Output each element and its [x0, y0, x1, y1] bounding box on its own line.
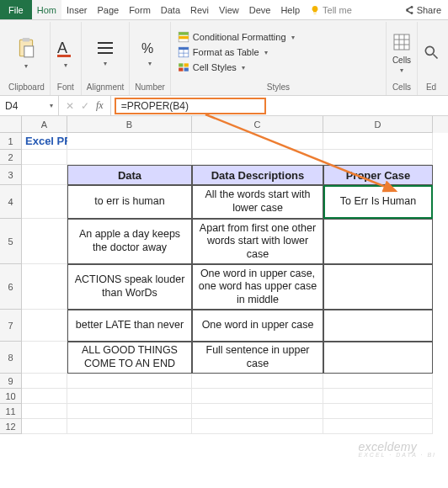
data-cell[interactable] — [323, 264, 433, 310]
data-cell[interactable]: An apple a day keeps the doctor away — [67, 219, 192, 264]
data-cell[interactable]: One word in upper case — [192, 310, 323, 342]
cell[interactable] — [22, 419, 67, 434]
cell[interactable] — [323, 404, 433, 419]
name-box-value: D4 — [5, 100, 18, 112]
table-header-proper[interactable]: Proper Case — [323, 165, 433, 185]
svg-rect-1 — [23, 38, 30, 41]
cell[interactable] — [67, 389, 192, 404]
data-cell[interactable]: Apart from first one other words start w… — [192, 219, 323, 264]
cell[interactable] — [67, 419, 192, 434]
col-header-a[interactable]: A — [22, 116, 67, 133]
data-cell[interactable]: ACTIONS speak louder than WorDs — [67, 264, 192, 310]
title-cell[interactable]: Excel PROPER Function — [22, 133, 67, 150]
cells-label: Cells — [392, 56, 411, 65]
share-button[interactable]: Share — [399, 0, 448, 19]
tab-developer[interactable]: Deve — [244, 0, 276, 19]
row-header[interactable]: 2 — [0, 150, 22, 165]
format-as-table-button[interactable]: Format as Table▾ — [176, 45, 381, 59]
table-header-desc[interactable]: Data Descriptions — [192, 165, 323, 185]
col-header-d[interactable]: D — [323, 116, 433, 133]
cell[interactable] — [192, 374, 323, 389]
data-cell[interactable]: to err is human — [67, 185, 192, 219]
formula-input[interactable]: =PROPER(B4) — [115, 98, 266, 114]
share-icon — [404, 5, 414, 15]
selected-cell-d4[interactable]: To Err Is Human — [323, 185, 433, 219]
svg-rect-16 — [184, 68, 188, 72]
row-header[interactable]: 8 — [0, 342, 22, 374]
cell[interactable] — [192, 133, 323, 150]
cell[interactable] — [22, 150, 67, 165]
table-header-data[interactable]: Data — [67, 165, 192, 185]
cell[interactable] — [192, 404, 323, 419]
cell[interactable] — [323, 150, 433, 165]
conditional-formatting-button[interactable]: Conditional Formatting▾ — [176, 30, 381, 44]
tab-home[interactable]: Hom — [32, 0, 61, 19]
tell-me[interactable]: Tell me — [305, 0, 357, 19]
tab-page-layout[interactable]: Page — [92, 0, 124, 19]
cell[interactable] — [67, 133, 192, 150]
row-header[interactable]: 5 — [0, 219, 22, 264]
cell[interactable] — [192, 419, 323, 434]
row-header[interactable]: 1 — [0, 133, 22, 150]
percent-icon: % — [140, 38, 160, 58]
cell[interactable] — [22, 165, 67, 185]
cell[interactable] — [67, 150, 192, 165]
cell[interactable] — [22, 185, 67, 219]
data-cell[interactable]: One word in upper case, one word has upp… — [192, 264, 323, 310]
cell[interactable] — [192, 389, 323, 404]
name-box[interactable]: D4 ▾ — [0, 96, 59, 115]
cell[interactable] — [67, 374, 192, 389]
col-header-c[interactable]: C — [192, 116, 323, 133]
select-all-corner[interactable] — [0, 116, 22, 133]
tab-file[interactable]: File — [0, 0, 32, 19]
paste-button[interactable]: ▾ — [15, 35, 37, 70]
tab-review[interactable]: Revi — [185, 0, 214, 19]
tab-insert[interactable]: Inser — [61, 0, 92, 19]
data-cell[interactable]: Full sentence in upper case — [192, 342, 323, 374]
data-cell[interactable]: ALL GOOD THINGS COME TO AN END — [67, 342, 192, 374]
row-header[interactable]: 9 — [0, 374, 22, 389]
tab-help[interactable]: Help — [275, 0, 305, 19]
cell[interactable] — [22, 374, 67, 389]
tab-view[interactable]: View — [214, 0, 244, 19]
data-cell[interactable]: better LATE than never — [67, 310, 192, 342]
font-button[interactable]: A ▾ — [56, 36, 76, 69]
cell[interactable] — [22, 264, 67, 310]
editing-button[interactable] — [423, 42, 440, 62]
row-header[interactable]: 3 — [0, 165, 22, 185]
enter-icon[interactable]: ✓ — [81, 100, 89, 112]
tab-data[interactable]: Data — [156, 0, 185, 19]
cell[interactable] — [22, 389, 67, 404]
cell[interactable] — [67, 404, 192, 419]
data-cell[interactable]: All the words start with lower case — [192, 185, 323, 219]
cell[interactable] — [22, 342, 67, 374]
row-header[interactable]: 10 — [0, 389, 22, 404]
cell[interactable] — [22, 219, 67, 264]
cell[interactable] — [323, 374, 433, 389]
data-cell[interactable] — [323, 219, 433, 264]
cell[interactable] — [22, 404, 67, 419]
row-header[interactable]: 7 — [0, 310, 22, 342]
data-cell[interactable] — [323, 342, 433, 374]
data-cell[interactable] — [323, 310, 433, 342]
fx-icon[interactable]: fx — [96, 99, 104, 112]
cell[interactable] — [192, 150, 323, 165]
cell[interactable] — [323, 133, 433, 150]
cell[interactable] — [323, 419, 433, 434]
cell[interactable] — [22, 310, 67, 342]
row-header[interactable]: 11 — [0, 404, 22, 419]
cancel-icon[interactable]: ✕ — [66, 100, 74, 112]
alignment-button[interactable]: ▾ — [95, 38, 115, 67]
cells-button[interactable]: Cells▾ — [392, 30, 412, 74]
row-header[interactable]: 4 — [0, 185, 22, 219]
svg-rect-7 — [179, 32, 189, 35]
number-button[interactable]: % ▾ — [140, 38, 160, 67]
svg-rect-8 — [179, 36, 189, 40]
cell-styles-button[interactable]: Cell Styles▾ — [176, 61, 381, 74]
col-header-b[interactable]: B — [67, 116, 192, 133]
tab-formulas[interactable]: Form — [124, 0, 156, 19]
row-header[interactable]: 12 — [0, 419, 22, 434]
svg-rect-2 — [24, 45, 34, 56]
cell[interactable] — [323, 389, 433, 404]
row-header[interactable]: 6 — [0, 264, 22, 310]
